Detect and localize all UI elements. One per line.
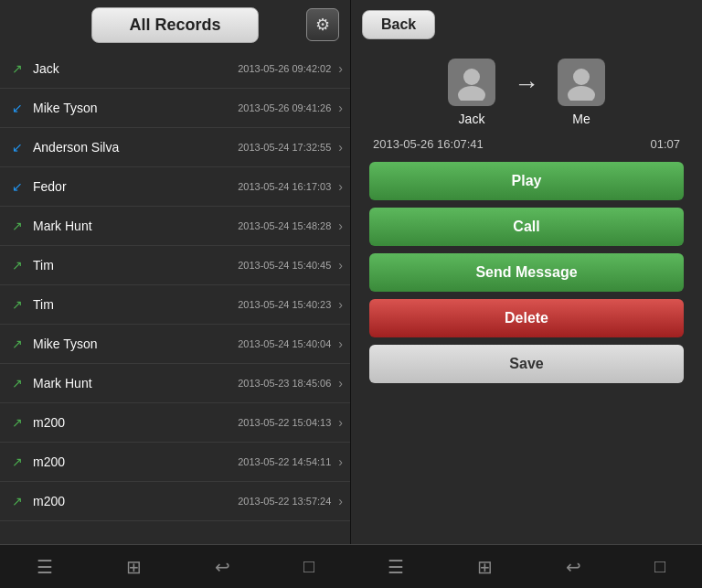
record-time: 2013-05-26 09:42:02	[238, 63, 331, 74]
send-message-button[interactable]: Send Message	[369, 253, 684, 292]
list-item[interactable]: ↗ Tim 2013-05-24 15:40:23 ›	[0, 285, 350, 325]
call-type-icon: ↗	[7, 294, 27, 315]
record-name: Mike Tyson	[33, 101, 238, 115]
record-time: 2013-05-22 13:57:24	[238, 496, 331, 507]
chevron-right-icon: ›	[338, 297, 343, 312]
left-nav-window-icon[interactable]: □	[296, 549, 322, 584]
chevron-right-icon: ›	[338, 219, 343, 233]
record-time: 2013-05-24 15:40:23	[238, 299, 331, 310]
record-name: Tim	[33, 297, 238, 312]
chevron-right-icon: ›	[338, 258, 343, 273]
call-type-icon: ↗	[7, 373, 27, 393]
chevron-right-icon: ›	[338, 179, 343, 194]
right-nav-back-icon[interactable]: ↩	[558, 549, 589, 585]
left-nav: ☰ ⊞ ↩ □	[0, 544, 351, 588]
svg-point-3	[568, 86, 595, 101]
chevron-right-icon: ›	[338, 454, 343, 469]
chevron-right-icon: ›	[338, 415, 343, 430]
record-time: 2013-05-22 15:04:13	[238, 417, 331, 428]
call-type-icon: ↗	[7, 59, 27, 79]
record-time: 2013-05-24 17:32:55	[238, 142, 331, 153]
record-name: Mark Hunt	[33, 376, 238, 390]
record-name: Jack	[33, 61, 238, 76]
list-item[interactable]: ↙ Fedor 2013-05-24 16:17:03 ›	[0, 167, 350, 207]
gear-button[interactable]: ⚙	[306, 8, 339, 41]
left-header: All Records ⚙	[0, 0, 350, 49]
list-item[interactable]: ↙ Mike Tyson 2013-05-26 09:41:26 ›	[0, 89, 350, 128]
call-type-icon: ↙	[7, 176, 27, 197]
call-type-icon: ↗	[7, 452, 27, 472]
left-nav-back-icon[interactable]: ↩	[207, 549, 238, 585]
record-name: Mike Tyson	[33, 337, 238, 351]
caller-from-name: Jack	[459, 112, 485, 126]
gear-icon: ⚙	[315, 15, 330, 35]
call-type-icon: ↙	[7, 98, 27, 118]
record-list: ↗ Jack 2013-05-26 09:42:02 › ↙ Mike Tyso…	[0, 49, 350, 544]
list-item[interactable]: ↙ Anderson Silva 2013-05-24 17:32:55 ›	[0, 128, 350, 167]
caller-to-name: Me	[572, 112, 590, 126]
record-time: 2013-05-24 15:48:28	[238, 220, 331, 231]
call-date: 2013-05-26 16:07:41	[373, 137, 484, 151]
record-name: m200	[33, 494, 238, 508]
record-name: Fedor	[33, 179, 238, 194]
right-header: Back	[351, 0, 702, 49]
record-name: Mark Hunt	[33, 219, 238, 233]
delete-button[interactable]: Delete	[369, 299, 684, 337]
left-panel: All Records ⚙ ↗ Jack 2013-05-26 09:42:02…	[0, 0, 351, 544]
caller-from-avatar	[448, 59, 495, 106]
call-type-icon: ↗	[7, 412, 27, 433]
call-type-icon: ↗	[7, 334, 27, 354]
left-nav-list-icon[interactable]: ☰	[29, 549, 60, 585]
call-button[interactable]: Call	[369, 208, 684, 246]
svg-point-1	[458, 86, 485, 101]
call-type-icon: ↗	[7, 491, 27, 511]
list-item[interactable]: ↗ m200 2013-05-22 15:04:13 ›	[0, 403, 350, 443]
bottom-nav: ☰ ⊞ ↩ □ ☰ ⊞ ↩ □	[0, 544, 702, 588]
chevron-right-icon: ›	[338, 376, 343, 390]
call-type-icon: ↙	[7, 137, 27, 157]
chevron-right-icon: ›	[338, 337, 343, 351]
call-direction-arrow: →	[514, 69, 539, 99]
record-time: 2013-05-23 18:45:06	[238, 378, 331, 389]
right-nav-window-icon[interactable]: □	[647, 549, 673, 584]
chevron-right-icon: ›	[338, 61, 343, 76]
call-type-icon: ↗	[7, 255, 27, 275]
record-time: 2013-05-22 14:54:11	[238, 456, 331, 467]
record-time: 2013-05-26 09:41:26	[238, 102, 331, 113]
call-type-icon: ↗	[7, 216, 27, 236]
right-panel: Back Jack →	[351, 0, 702, 544]
call-duration: 01:07	[650, 137, 680, 151]
right-nav-list-icon[interactable]: ☰	[380, 549, 411, 585]
list-item[interactable]: ↗ m200 2013-05-22 13:57:24 ›	[0, 482, 350, 521]
left-nav-grid-icon[interactable]: ⊞	[119, 549, 149, 585]
caller-row: Jack → Me	[369, 59, 684, 126]
record-name: m200	[33, 454, 238, 469]
svg-point-0	[463, 69, 480, 85]
caller-to-avatar	[558, 59, 605, 106]
play-button[interactable]: Play	[369, 162, 684, 200]
list-item[interactable]: ↗ m200 2013-05-22 14:54:11 ›	[0, 443, 350, 482]
all-records-button[interactable]: All Records	[91, 7, 258, 43]
right-nav-grid-icon[interactable]: ⊞	[470, 549, 500, 585]
record-name: m200	[33, 415, 238, 430]
call-datetime-row: 2013-05-26 16:07:41 01:07	[369, 137, 684, 151]
chevron-right-icon: ›	[338, 494, 343, 508]
svg-point-2	[573, 69, 590, 85]
record-time: 2013-05-24 15:40:04	[238, 338, 331, 349]
list-item[interactable]: ↗ Jack 2013-05-26 09:42:02 ›	[0, 49, 350, 89]
save-button[interactable]: Save	[369, 345, 684, 383]
right-nav: ☰ ⊞ ↩ □	[351, 544, 702, 588]
record-time: 2013-05-24 16:17:03	[238, 181, 331, 192]
chevron-right-icon: ›	[338, 101, 343, 115]
detail-content: Jack → Me 2013-05-26 16:07:41 01:07	[351, 49, 702, 544]
list-item[interactable]: ↗ Tim 2013-05-24 15:40:45 ›	[0, 246, 350, 285]
list-item[interactable]: ↗ Mark Hunt 2013-05-23 18:45:06 ›	[0, 364, 350, 403]
list-item[interactable]: ↗ Mike Tyson 2013-05-24 15:40:04 ›	[0, 325, 350, 364]
caller-to-info: Me	[558, 59, 605, 126]
list-item[interactable]: ↗ Mark Hunt 2013-05-24 15:48:28 ›	[0, 207, 350, 246]
chevron-right-icon: ›	[338, 140, 343, 155]
record-name: Anderson Silva	[33, 140, 238, 155]
back-button[interactable]: Back	[362, 10, 435, 39]
record-time: 2013-05-24 15:40:45	[238, 260, 331, 271]
caller-from-info: Jack	[448, 59, 495, 126]
